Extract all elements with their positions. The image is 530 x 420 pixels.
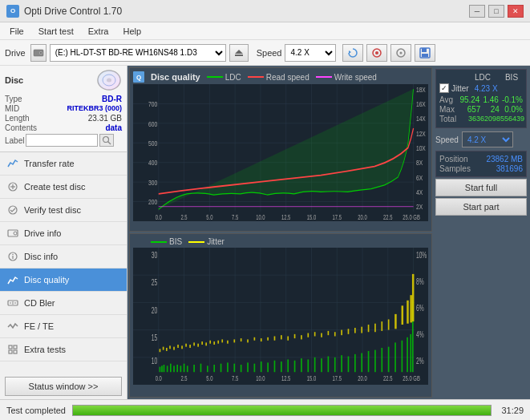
svg-text:2.5: 2.5 — [180, 374, 187, 382]
start-full-button[interactable]: Start full — [435, 179, 527, 196]
svg-rect-138 — [267, 362, 269, 372]
fe-te-icon — [6, 320, 19, 333]
svg-point-2 — [40, 52, 42, 54]
read-speed-legend: Read speed — [248, 73, 310, 82]
max-ldc: 657 — [460, 105, 480, 114]
sidebar-item-transfer-rate[interactable]: Transfer rate — [0, 152, 127, 176]
svg-rect-145 — [314, 357, 316, 372]
close-button[interactable]: ✕ — [508, 5, 524, 18]
menu-extra[interactable]: Extra — [82, 23, 115, 39]
bis-legend: BIS — [151, 237, 182, 246]
svg-rect-152 — [361, 353, 362, 373]
sidebar-item-create-test-disc[interactable]: Create test disc — [0, 176, 127, 199]
svg-rect-207 — [410, 295, 412, 322]
svg-text:0.0: 0.0 — [156, 212, 162, 221]
svg-text:4X: 4X — [416, 188, 423, 197]
drive-icon-btn[interactable] — [30, 44, 47, 62]
burn-icon — [371, 47, 382, 59]
svg-rect-177 — [217, 341, 219, 344]
toolbar: Drive (E:) HL-DT-ST BD-RE WH16NS48 1.D3 … — [0, 40, 530, 66]
drive-select[interactable]: (E:) HL-DT-ST BD-RE WH16NS48 1.D3 — [50, 44, 226, 62]
samples-row: Samples 381696 — [439, 164, 523, 173]
svg-rect-163 — [163, 347, 164, 350]
svg-text:2X: 2X — [416, 202, 423, 212]
sidebar-item-cd-bler[interactable]: CD Bler — [0, 292, 127, 315]
sidebar-item-verify-test-disc[interactable]: Verify test disc — [0, 199, 127, 222]
menu-help[interactable]: Help — [116, 23, 148, 39]
avg-bis: 1.46 — [483, 95, 498, 104]
sidebar-item-disc-info[interactable]: Disc info — [0, 245, 127, 269]
svg-rect-185 — [267, 337, 269, 341]
create-test-disc-icon — [6, 180, 19, 193]
total-ldc: 36362098 — [468, 115, 497, 123]
svg-rect-165 — [169, 345, 171, 349]
menu-start-test[interactable]: Start test — [32, 23, 80, 39]
svg-rect-130 — [213, 365, 215, 372]
svg-rect-154 — [374, 350, 376, 373]
svg-rect-171 — [193, 342, 195, 345]
svg-rect-137 — [261, 361, 262, 372]
minimize-button[interactable]: ─ — [469, 5, 485, 18]
titlebar-title: Opti Drive Control 1.70 — [24, 6, 122, 17]
svg-text:12X: 12X — [416, 128, 426, 138]
svg-text:12.5: 12.5 — [281, 374, 290, 382]
disc-label-search-button[interactable] — [99, 134, 114, 147]
menu-file[interactable]: File — [3, 23, 30, 39]
svg-text:10X: 10X — [416, 143, 426, 153]
svg-rect-129 — [207, 365, 208, 372]
start-part-button[interactable]: Start part — [435, 198, 527, 216]
sidebar-item-disc-quality[interactable]: Disc quality — [0, 269, 127, 292]
maximize-button[interactable]: □ — [488, 5, 504, 18]
avg-jitter: -0.1% — [502, 95, 523, 104]
verify-test-disc-icon — [6, 204, 19, 216]
svg-rect-187 — [281, 335, 282, 339]
svg-text:30: 30 — [152, 251, 158, 260]
eject-button[interactable] — [229, 44, 249, 62]
progress-bar-container — [72, 405, 492, 416]
svg-rect-172 — [197, 344, 199, 347]
svg-rect-181 — [241, 338, 242, 341]
svg-rect-120 — [167, 365, 168, 372]
status-text: Test completed — [6, 406, 66, 415]
jitter-checkbox[interactable]: ✓ — [439, 83, 449, 93]
svg-rect-179 — [227, 341, 229, 344]
transfer-rate-icon — [6, 157, 19, 170]
svg-rect-146 — [321, 358, 322, 372]
disc-label-input[interactable] — [26, 134, 98, 147]
extra-tests-icon — [6, 343, 19, 356]
sidebar-item-fe-te[interactable]: FE / TE — [0, 315, 127, 338]
svg-text:14X: 14X — [416, 114, 426, 123]
svg-rect-151 — [354, 354, 356, 372]
svg-text:10: 10 — [152, 356, 158, 365]
svg-rect-149 — [341, 355, 342, 372]
drive-icon — [33, 47, 44, 59]
disc-icon — [395, 47, 407, 59]
disc-button[interactable] — [390, 44, 411, 62]
save-button[interactable] — [415, 44, 435, 62]
status-window-button[interactable]: Status window >> — [5, 377, 122, 396]
speed-select-stats[interactable]: 4.2 X — [462, 131, 513, 147]
refresh-button[interactable] — [342, 44, 363, 62]
sidebar-item-extra-tests[interactable]: Extra tests — [0, 338, 127, 361]
svg-point-9 — [400, 51, 403, 54]
bottom-chart-panel: BIS Jitter — [129, 233, 432, 398]
svg-text:22.5: 22.5 — [383, 212, 392, 221]
max-jitter: 0.0% — [503, 105, 523, 114]
svg-text:10.0: 10.0 — [256, 212, 265, 221]
svg-rect-121 — [170, 364, 172, 373]
svg-rect-200 — [368, 325, 370, 332]
svg-rect-182 — [247, 339, 249, 342]
svg-rect-11 — [422, 48, 427, 52]
speed-select[interactable]: 4.2 X — [285, 44, 336, 62]
svg-text:2.5: 2.5 — [180, 212, 187, 221]
svg-rect-147 — [328, 356, 330, 372]
drive-info-icon — [6, 227, 19, 240]
svg-text:25.0 GB: 25.0 GB — [403, 374, 419, 382]
svg-rect-159 — [407, 337, 408, 372]
svg-text:0.0: 0.0 — [156, 374, 162, 382]
svg-text:20.0: 20.0 — [358, 212, 366, 221]
svg-line-18 — [108, 142, 111, 145]
avg-label: Avg — [439, 95, 456, 104]
burn-button[interactable] — [366, 44, 387, 62]
sidebar-item-drive-info[interactable]: Drive info — [0, 222, 127, 245]
